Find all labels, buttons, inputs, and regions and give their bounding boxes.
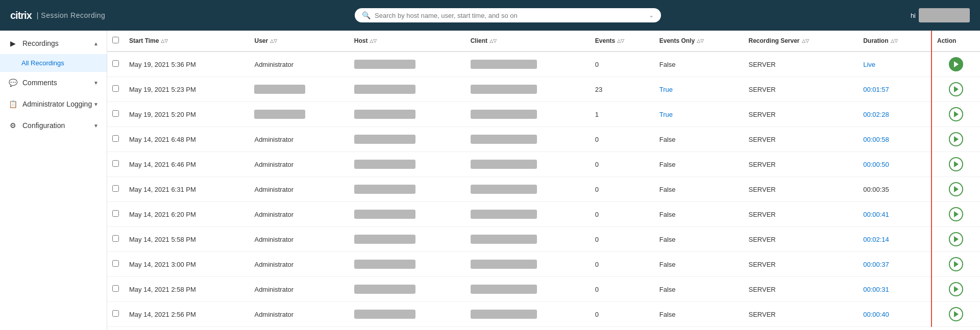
row-checkbox[interactable] bbox=[112, 260, 119, 267]
row-checkbox[interactable] bbox=[112, 135, 119, 142]
table-row: May 14, 2021 5:58 PMAdministrator0FalseS… bbox=[107, 227, 980, 252]
cell-duration: 00:00:58 bbox=[858, 127, 932, 152]
th-user[interactable]: User △▽ bbox=[249, 31, 349, 52]
cell-events: 0 bbox=[590, 177, 654, 202]
table-row: May 14, 2021 6:31 PMAdministrator0FalseS… bbox=[107, 177, 980, 202]
cell-recording-server: SERVER bbox=[743, 152, 858, 177]
row-checkbox[interactable] bbox=[112, 285, 119, 292]
duration-link[interactable]: 00:00:41 bbox=[863, 211, 889, 218]
sidebar-item-configuration[interactable]: ⚙ Configuration ▼ bbox=[0, 115, 107, 136]
sidebar-item-comments[interactable]: 💬 Comments ▼ bbox=[0, 72, 107, 93]
recordings-table: Start Time △▽ User △▽ Host △▽ bbox=[107, 31, 980, 327]
duration-link[interactable]: 00:00:40 bbox=[863, 311, 889, 318]
duration-link[interactable]: 00:00:31 bbox=[863, 286, 889, 293]
row-checkbox[interactable] bbox=[112, 110, 119, 117]
duration-link[interactable]: 00:02:14 bbox=[863, 236, 889, 243]
sidebar-item-admin-logging-left: 📋 Administrator Logging bbox=[8, 99, 92, 109]
th-host[interactable]: Host △▽ bbox=[349, 31, 465, 52]
duration-link[interactable]: 00:00:50 bbox=[863, 161, 889, 168]
cell-host bbox=[349, 77, 465, 102]
select-all-checkbox[interactable] bbox=[112, 37, 119, 43]
cell-events-only: False bbox=[654, 152, 744, 177]
events-only-true-link[interactable]: True bbox=[659, 86, 673, 93]
table-row: May 14, 2021 3:00 PMAdministrator0FalseS… bbox=[107, 252, 980, 277]
play-button[interactable] bbox=[949, 257, 963, 271]
cell-user: Administrator bbox=[249, 252, 349, 277]
play-icon: ▶ bbox=[8, 39, 17, 48]
play-button[interactable] bbox=[949, 282, 963, 296]
cell-duration: 00:00:41 bbox=[858, 202, 932, 227]
cell-action bbox=[932, 277, 980, 302]
cell-start-time: May 19, 2021 5:36 PM bbox=[124, 52, 249, 77]
play-button[interactable] bbox=[949, 107, 963, 121]
row-checkbox[interactable] bbox=[112, 210, 119, 217]
play-button[interactable] bbox=[949, 207, 963, 221]
cell-recording-server: SERVER bbox=[743, 127, 858, 152]
cell-events-only: False bbox=[654, 52, 744, 77]
play-button[interactable] bbox=[949, 157, 963, 171]
play-live-button[interactable] bbox=[949, 57, 963, 71]
duration-link[interactable]: 00:01:57 bbox=[863, 86, 889, 93]
sidebar-item-comments-left: 💬 Comments bbox=[8, 78, 57, 87]
th-events[interactable]: Events △▽ bbox=[590, 31, 654, 52]
th-client[interactable]: Client △▽ bbox=[465, 31, 590, 52]
table-row: May 14, 2021 2:56 PMAdministrator0FalseS… bbox=[107, 302, 980, 327]
cell-start-time: May 19, 2021 5:20 PM bbox=[124, 102, 249, 127]
cell-recording-server: SERVER bbox=[743, 52, 858, 77]
client-placeholder bbox=[471, 110, 537, 119]
search-input[interactable] bbox=[375, 12, 643, 19]
play-button[interactable] bbox=[949, 182, 963, 196]
play-button[interactable] bbox=[949, 82, 963, 96]
sidebar-item-all-recordings[interactable]: All Recordings bbox=[0, 54, 107, 72]
th-action-label: Action bbox=[937, 37, 956, 44]
sidebar-item-recordings[interactable]: ▶ Recordings ▲ bbox=[0, 33, 107, 54]
events-only-true-link[interactable]: True bbox=[659, 111, 673, 118]
cell-client bbox=[465, 127, 590, 152]
cell-events-only: False bbox=[654, 127, 744, 152]
duration-link[interactable]: 00:00:58 bbox=[863, 136, 889, 143]
row-checkbox[interactable] bbox=[112, 160, 119, 167]
duration-link[interactable]: 00:02:28 bbox=[863, 111, 889, 118]
search-chevron-icon: ⌄ bbox=[649, 12, 654, 19]
play-button[interactable] bbox=[949, 307, 963, 321]
row-checkbox[interactable] bbox=[112, 310, 119, 317]
duration-live-link[interactable]: Live bbox=[863, 61, 875, 68]
th-events-only[interactable]: Events Only △▽ bbox=[654, 31, 744, 52]
cell-user: Administrator bbox=[249, 302, 349, 327]
cell-client bbox=[465, 177, 590, 202]
row-checkbox[interactable] bbox=[112, 235, 119, 242]
cell-events-only: False bbox=[654, 202, 744, 227]
row-checkbox-cell bbox=[107, 252, 124, 277]
row-checkbox[interactable] bbox=[112, 85, 119, 92]
cell-duration: 00:00:35 bbox=[858, 177, 932, 202]
play-button[interactable] bbox=[949, 132, 963, 146]
sort-icon-user: △▽ bbox=[270, 38, 277, 43]
cell-client bbox=[465, 77, 590, 102]
cell-duration: 00:02:28 bbox=[858, 102, 932, 127]
cell-duration: 00:00:37 bbox=[858, 252, 932, 277]
th-start-time-label: Start Time bbox=[129, 37, 159, 44]
search-box: 🔍 ⌄ bbox=[355, 8, 661, 22]
sort-icon-start-time: △▽ bbox=[161, 38, 168, 43]
cell-action bbox=[932, 177, 980, 202]
cell-host bbox=[349, 227, 465, 252]
th-start-time[interactable]: Start Time △▽ bbox=[124, 31, 249, 52]
play-triangle-icon bbox=[954, 211, 959, 217]
cell-client bbox=[465, 202, 590, 227]
row-checkbox[interactable] bbox=[112, 60, 119, 67]
client-placeholder bbox=[471, 210, 537, 219]
row-checkbox[interactable] bbox=[112, 185, 119, 192]
cell-user: Administrator bbox=[249, 127, 349, 152]
th-duration[interactable]: Duration △▽ bbox=[858, 31, 932, 52]
client-placeholder bbox=[471, 235, 537, 244]
cell-duration: Live bbox=[858, 52, 932, 77]
sidebar-item-admin-logging[interactable]: 📋 Administrator Logging ▼ bbox=[0, 93, 107, 115]
host-placeholder bbox=[354, 185, 415, 194]
cell-recording-server: SERVER bbox=[743, 177, 858, 202]
play-button[interactable] bbox=[949, 232, 963, 246]
duration-link[interactable]: 00:00:37 bbox=[863, 261, 889, 268]
th-recording-server[interactable]: Recording Server △▽ bbox=[743, 31, 858, 52]
chevron-down-icon-3: ▼ bbox=[93, 123, 99, 129]
cell-client bbox=[465, 152, 590, 177]
host-placeholder bbox=[354, 110, 415, 119]
